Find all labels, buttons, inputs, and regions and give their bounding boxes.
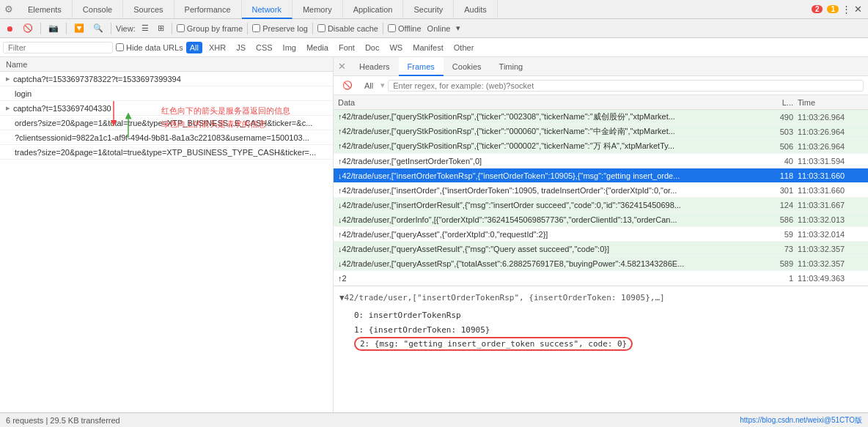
detail-tab-timing[interactable]: Timing [490,57,532,76]
data-row-0[interactable]: ↑42/trade/user,["queryStkPositionRsp",{"… [334,110,868,125]
data-cell-data-7: ↓42/trade/user,["orderInfo",[{"orderXtpI… [338,215,768,224]
tab-performance[interactable]: Performance [174,0,242,19]
frames-dropdown-icon: ▾ [380,81,385,90]
tab-console[interactable]: Console [73,0,123,19]
data-cell-l-4: 118 [768,171,798,180]
data-row-2[interactable]: ↑42/trade/user,["queryStkPositionRsp",{"… [334,139,868,154]
filter-type-font[interactable]: Font [335,42,358,53]
offline-text: Offline [398,24,422,33]
tab-audits[interactable]: Audits [454,0,498,19]
toolbar-divider-6 [312,23,313,34]
group-by-frame-text: Group by frame [187,24,243,33]
disable-cache-text: Disable cache [328,24,378,33]
preserve-log-checkbox[interactable] [252,24,260,32]
filter-type-all[interactable]: All [186,42,202,53]
view-large-button[interactable]: ⊞ [155,22,167,34]
data-row-8[interactable]: ↑42/trade/user,["queryAsset",{"orderXtpI… [334,227,868,242]
data-cell-l-9: 73 [768,245,798,253]
data-cell-l-2: 506 [768,142,798,151]
data-cell-data-10: ↓42/trade/user,["queryAssetRsp",{"totalA… [338,259,768,268]
view-list-button[interactable]: ☰ [139,22,152,34]
tab-sources[interactable]: Sources [123,0,174,19]
detail-close-icon[interactable]: ✕ [334,61,350,72]
hide-data-urls-label[interactable]: Hide data URLs [116,43,183,52]
group-by-frame-checkbox[interactable] [177,24,185,32]
request-item-1[interactable]: login [0,86,333,101]
tab-memory[interactable]: Memory [293,0,343,19]
request-item-2[interactable]: ▸ captcha?t=1533697404330 [0,101,333,116]
data-cell-time-7: 11:03:32.013 [798,215,864,224]
data-cell-data-11: ↑2 [338,274,768,283]
filter-type-img[interactable]: Img [279,42,300,53]
detail-tab-cookies[interactable]: Cookies [444,57,490,76]
data-cell-time-9: 11:03:32.357 [798,245,864,253]
filter-type-ws[interactable]: WS [386,42,406,53]
camera-button[interactable]: 📷 [45,22,62,34]
data-cell-time-5: 11:03:31.660 [798,186,864,195]
group-by-frame-label[interactable]: Group by frame [177,24,243,33]
data-row-3[interactable]: ↑42/trade/user,["getInsertOrderToken",0]… [334,154,868,168]
filter-type-doc[interactable]: Doc [361,42,383,53]
request-item-4[interactable]: ?clientsessionid=9822a1c1-af9f-494d-9b81… [0,130,333,145]
close-devtools-icon[interactable]: ✕ [854,4,862,15]
preserve-log-label[interactable]: Preserve log [252,24,308,33]
frames-filter-input[interactable] [388,80,864,92]
more-options-icon[interactable]: ⋮ [842,4,851,15]
frames-filter-button[interactable]: All [360,80,378,92]
tab-elements[interactable]: Elements [18,0,73,19]
left-panel: Name ▸ captcha?t=1533697378322?t=1533697… [0,57,334,412]
filter-type-css[interactable]: CSS [252,42,276,53]
col-name-header: Name [6,60,327,69]
detail-line-2-highlighted: 2: {msg: "getting insert_order_token suc… [354,337,633,351]
data-row-4[interactable]: ↓42/trade/user,["insertOrderTokenRsp",{"… [334,168,868,183]
request-item-3[interactable]: orders?size=20&page=1&total=true&type=XT… [0,116,333,130]
filter-type-js[interactable]: JS [232,42,249,53]
record-button[interactable]: ⏺ [3,23,17,34]
data-row-6[interactable]: ↓42/trade/user,["insertOrderResult",{"ms… [334,198,868,212]
detail-line-0: 0: insertOrderTokenRsp [345,308,862,323]
data-cell-time-3: 11:03:31.594 [798,157,864,166]
clear-button[interactable]: 🚫 [20,22,36,34]
data-list: ↑42/trade/user,["queryStkPositionRsp",{"… [334,110,868,286]
detail-tab-frames[interactable]: Frames [399,57,444,76]
req-name-5: trades?size=20&page=1&total=true&type=XT… [15,148,327,157]
data-cell-l-3: 40 [768,157,798,166]
data-cell-data-0: ↑42/trade/user,["queryStkPositionRsp",{"… [338,111,768,122]
req-name-2: captcha?t=1533697404330 [13,104,327,113]
data-row-11[interactable]: ↑2111:03:49.363 [334,271,868,286]
hide-data-urls-checkbox[interactable] [116,43,124,51]
data-col-data-header: Data [338,98,768,107]
detail-lines: 0: insertOrderTokenRsp 1: {insertOrderTo… [339,308,862,352]
data-row-1[interactable]: ↑42/trade/user,["queryStkPositionRsp",{"… [334,125,868,139]
disable-cache-checkbox[interactable] [317,24,326,32]
request-item-0[interactable]: ▸ captcha?t=1533697378322?t=153369739939… [0,72,333,86]
data-cell-data-4: ↓42/trade/user,["insertOrderTokenRsp",{"… [338,171,768,180]
tab-security[interactable]: Security [403,0,454,19]
tab-network[interactable]: Network [242,0,293,19]
offline-checkbox[interactable] [388,24,396,32]
left-col-headers: Name [0,57,333,72]
search-button[interactable]: 🔍 [90,22,106,34]
disable-cache-label[interactable]: Disable cache [317,24,378,33]
tab-application[interactable]: Application [343,0,404,19]
filter-type-media[interactable]: Media [303,42,332,53]
data-row-5[interactable]: ↑42/trade/user,["insertOrder",{"insertOr… [334,183,868,198]
frames-all-button[interactable]: 🚫 [338,79,357,92]
offline-label[interactable]: Offline [388,24,422,33]
filter-input[interactable] [3,42,113,53]
right-panel: ✕ Headers Frames Cookies Timing 🚫 All ▾ … [334,57,868,412]
request-item-5[interactable]: trades?size=20&page=1&total=true&type=XT… [0,145,333,160]
data-col-l-header: L... [768,98,798,107]
warn-badge: 1 [827,5,839,13]
data-col-headers: Data L... Time [334,95,868,110]
filter-button[interactable]: 🔽 [71,22,87,34]
data-row-9[interactable]: ↓42/trade/user,["queryAssetResult",{"msg… [334,242,868,256]
detail-tab-headers[interactable]: Headers [350,57,399,76]
data-row-7[interactable]: ↓42/trade/user,["orderInfo",[{"orderXtpI… [334,212,868,227]
data-cell-time-0: 11:03:26.964 [798,113,864,122]
filter-type-xhr[interactable]: XHR [205,42,229,53]
filter-type-manifest[interactable]: Manifest [409,42,447,53]
filter-type-other[interactable]: Other [450,42,478,53]
data-row-10[interactable]: ↓42/trade/user,["queryAssetRsp",{"totalA… [334,256,868,271]
online-dropdown-button[interactable]: ▾ [453,22,463,34]
